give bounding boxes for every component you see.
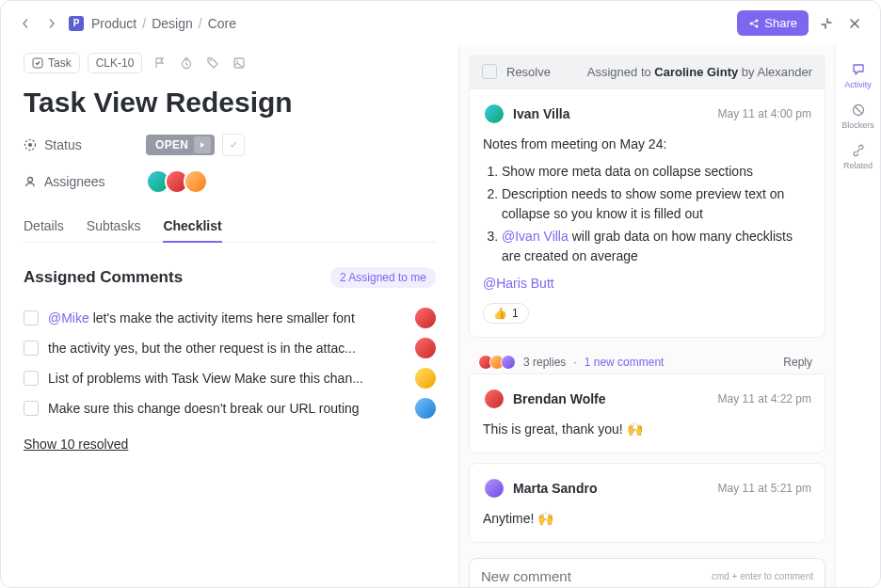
avatar[interactable] [415,308,436,328]
project-icon: P [69,16,84,31]
comment-body: This is great, thank you! 🙌 [483,420,811,439]
right-sidebar: Activity Blockers Related [835,45,880,588]
comment-row[interactable]: @Mike let's make the activity items here… [24,303,436,333]
comment-time: May 11 at 4:22 pm [718,392,811,405]
comment-time: May 11 at 4:00 pm [718,107,811,120]
status-label: Status [24,137,146,152]
topbar: P Product / Design / Core Share [1,1,880,45]
link-icon [851,143,866,158]
chat-icon [851,62,866,77]
assignee-avatars[interactable] [146,169,208,194]
resolve-bar: Resolve Assigned to Caroline Ginty by Al… [469,55,825,88]
comment-card: Ivan VillaMay 11 at 4:00 pmNotes from me… [469,88,825,338]
tab-details[interactable]: Details [24,211,64,242]
avatar[interactable] [483,477,505,500]
comment-text: the activity yes, but the other request … [48,341,406,356]
task-title[interactable]: Task View Redesign [24,87,436,119]
share-button[interactable]: Share [737,10,809,36]
comment-text: List of problems with Task View Make sur… [48,371,406,386]
tabs: Details Subtasks Checklist [24,211,436,243]
comment-body: Anytime! 🙌 [483,509,811,529]
nav-back-button[interactable] [16,14,35,33]
comment-checkbox[interactable] [24,401,39,416]
comment-checkbox[interactable] [24,310,39,326]
comment-author[interactable]: Ivan Villa [513,106,569,121]
avatar[interactable] [483,103,505,125]
reaction-button[interactable]: 👍 1 [483,303,529,324]
sidebar-blockers[interactable]: Blockers [836,97,880,135]
activity-panel: Resolve Assigned to Caroline Ginty by Al… [458,45,835,588]
task-type-chip[interactable]: Task [24,53,80,73]
comment-row[interactable]: Make sure this change doesn't break our … [24,393,436,423]
collapse-icon[interactable] [816,13,837,34]
svg-point-10 [28,178,33,183]
svg-point-5 [210,60,212,62]
avatar[interactable] [184,169,208,194]
svg-point-7 [236,60,238,62]
comment-row[interactable]: List of problems with Task View Make sur… [24,363,436,393]
time-tracking-icon[interactable] [180,56,193,70]
comment-author[interactable]: Brendan Wolfe [513,391,606,406]
crumb-0[interactable]: Product [91,16,136,31]
breadcrumb[interactable]: Product / Design / Core [91,16,236,31]
resolve-label[interactable]: Resolve [506,65,551,79]
image-icon[interactable] [232,56,246,70]
status-icon [24,138,37,151]
sidebar-activity[interactable]: Activity [836,56,880,95]
nav-forward-button[interactable] [42,14,61,33]
assignees-label: Assignees [24,174,146,189]
comment-card: Marta SandroMay 11 at 5:21 pmAnytime! 🙌 [469,463,825,543]
comment-row[interactable]: the activity yes, but the other request … [24,333,436,363]
comment-text: @Mike let's make the activity items here… [48,310,406,326]
task-icon [32,57,43,69]
complete-button[interactable] [222,134,245,156]
comment-checkbox[interactable] [24,341,39,356]
avatar[interactable] [483,388,505,410]
resolve-checkbox[interactable] [482,64,497,79]
reply-button[interactable]: Reply [783,356,812,369]
person-icon [24,175,37,188]
share-icon [748,18,760,29]
assigned-to-me-badge[interactable]: 2 Assigned to me [330,267,436,288]
composer-hint: cmd + enter to comment [712,571,813,581]
flag-icon[interactable] [153,56,167,70]
task-detail-panel: Task CLK-10 Task View Redesign Status OP… [1,45,458,588]
comment-time: May 11 at 5:21 pm [718,482,811,495]
sidebar-related[interactable]: Related [836,137,880,176]
tab-subtasks[interactable]: Subtasks [87,211,141,242]
comment-body: Notes from meeting on May 24:Show more m… [483,135,811,294]
status-value[interactable]: OPEN [146,135,215,155]
svg-point-9 [28,143,32,147]
comment-composer[interactable]: cmd + enter to comment [469,558,825,588]
avatar[interactable] [415,398,436,419]
close-icon[interactable] [844,13,865,34]
assigned-comments-title: Assigned Comments [24,268,183,287]
new-comment-link[interactable]: 1 new comment [585,356,665,369]
avatar[interactable] [415,368,436,389]
reply-count[interactable]: 3 replies [523,356,566,369]
crumb-1[interactable]: Design [152,16,193,31]
blocked-icon [851,103,866,118]
comment-card: Brendan WolfeMay 11 at 4:22 pmThis is gr… [469,373,825,453]
tag-icon[interactable] [206,56,219,70]
tab-checklist[interactable]: Checklist [163,211,221,243]
avatar[interactable] [415,338,436,358]
comment-author[interactable]: Marta Sandro [513,481,597,496]
replies-row: 3 replies·1 new commentReply [469,347,825,373]
crumb-2[interactable]: Core [208,16,236,31]
comment-checkbox[interactable] [24,371,39,386]
comment-input[interactable] [481,568,712,584]
assigned-to-text: Assigned to Caroline Ginty by Alexander [587,65,812,79]
status-next-icon[interactable] [194,136,211,153]
comment-text: Make sure this change doesn't break our … [48,401,406,416]
show-resolved-link[interactable]: Show 10 resolved [24,437,436,452]
task-id-chip[interactable]: CLK-10 [88,53,143,73]
